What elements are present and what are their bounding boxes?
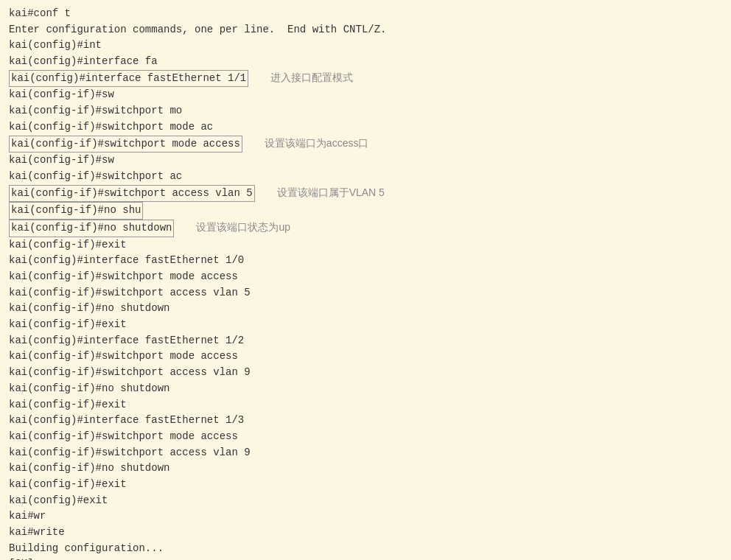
highlighted-command: kai(config-if)#switchport mode access xyxy=(9,136,242,153)
terminal-line: kai(config-if)#switchport ac xyxy=(9,169,722,185)
highlighted-command: kai(config-if)#no shutdown xyxy=(9,220,174,237)
terminal-line: kai(config)#interface fastEthernet 1/1进入… xyxy=(9,70,722,88)
terminal-line: kai(config-if)#sw xyxy=(9,87,722,103)
terminal-line: kai(config-if)#switchport mode access xyxy=(9,429,722,445)
terminal-line: kai#conf t xyxy=(9,6,722,22)
terminal-line: kai(config)#int xyxy=(9,38,722,54)
command-comment: 设置该端口为access口 xyxy=(265,136,369,152)
terminal-line: Enter configuration commands, one per li… xyxy=(9,22,722,38)
terminal-line: kai(config-if)#switchport mode access xyxy=(9,349,722,365)
terminal-line: kai(config)#interface fa xyxy=(9,54,722,70)
terminal-line: kai(config-if)#no shutdown xyxy=(9,381,722,397)
command-comment: 设置该端口状态为up xyxy=(196,220,290,236)
terminal-line: kai(config-if)#switchport access vlan 5设… xyxy=(9,185,722,203)
terminal-container: kai#conf tEnter configuration commands, … xyxy=(9,6,722,560)
terminal-line: kai#write xyxy=(9,525,722,541)
terminal-line: kai(config-if)#exit xyxy=(9,317,722,333)
terminal-line: kai(config)#interface fastEthernet 1/2 xyxy=(9,333,722,349)
terminal-line: kai(config-if)#no shutdown xyxy=(9,461,722,477)
highlighted-command: kai(config-if)#no shu xyxy=(9,202,143,220)
terminal-line: kai(config-if)#exit xyxy=(9,397,722,413)
terminal-line: [OK] xyxy=(9,556,722,560)
terminal-line: kai(config-if)#no shu xyxy=(9,202,722,220)
terminal-line: kai(config-if)#switchport mode access设置该… xyxy=(9,136,722,153)
highlighted-command: kai(config)#interface fastEthernet 1/1 xyxy=(9,70,248,88)
terminal-line: kai(config-if)#switchport access vlan 5 xyxy=(9,285,722,301)
terminal-line: kai(config-if)#sw xyxy=(9,153,722,169)
terminal-line: kai(config-if)#switchport access vlan 9 xyxy=(9,365,722,381)
terminal-line: kai(config-if)#switchport mode access xyxy=(9,269,722,285)
terminal-line: kai(config-if)#switchport mode ac xyxy=(9,119,722,136)
terminal-line: kai(config-if)#exit xyxy=(9,477,722,493)
terminal-line: Building configuration... xyxy=(9,541,722,557)
terminal-line: kai(config)#interface fastEthernet 1/0 xyxy=(9,253,722,269)
terminal-line: kai(config)#exit xyxy=(9,493,722,509)
terminal-line: kai(config-if)#no shutdown设置该端口状态为up xyxy=(9,220,722,237)
terminal-line: kai(config-if)#switchport mo xyxy=(9,103,722,119)
terminal-line: kai(config-if)#no shutdown xyxy=(9,301,722,317)
command-comment: 设置该端口属于VLAN 5 xyxy=(277,185,385,201)
command-comment: 进入接口配置模式 xyxy=(270,70,353,86)
terminal-line: kai(config)#interface fastEthernet 1/3 xyxy=(9,413,722,429)
terminal-line: kai(config-if)#exit xyxy=(9,237,722,253)
terminal-line: kai(config-if)#switchport access vlan 9 xyxy=(9,445,722,461)
highlighted-command: kai(config-if)#switchport access vlan 5 xyxy=(9,185,255,203)
terminal-line: kai#wr xyxy=(9,508,722,525)
